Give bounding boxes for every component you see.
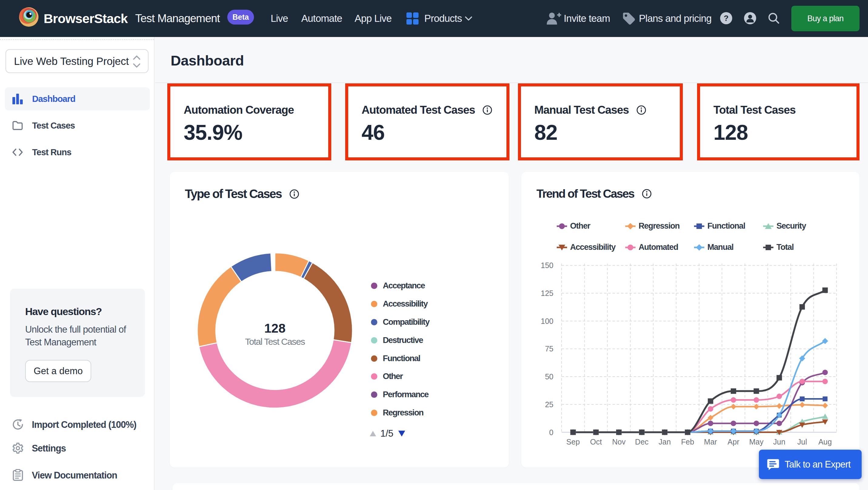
svg-text:0: 0 — [549, 428, 553, 437]
svg-text:Jun: Jun — [773, 437, 785, 446]
svg-text:Mar: Mar — [704, 437, 717, 446]
svg-text:Apr: Apr — [728, 437, 740, 446]
svg-text:Dec: Dec — [635, 437, 648, 446]
svg-text:May: May — [749, 437, 764, 446]
svg-text:Jul: Jul — [797, 437, 807, 446]
svg-text:75: 75 — [545, 344, 553, 353]
svg-text:Sep: Sep — [566, 437, 580, 446]
svg-text:Aug: Aug — [818, 437, 832, 446]
svg-text:Nov: Nov — [612, 437, 626, 446]
svg-text:Feb: Feb — [681, 437, 694, 446]
svg-text:50: 50 — [545, 372, 553, 381]
svg-text:Oct: Oct — [590, 437, 602, 446]
svg-text:Jan: Jan — [658, 437, 671, 446]
svg-text:150: 150 — [541, 261, 553, 269]
svg-text:125: 125 — [541, 289, 553, 297]
svg-text:?: ? — [724, 13, 728, 23]
svg-text:100: 100 — [541, 317, 553, 325]
svg-text:25: 25 — [545, 400, 553, 409]
